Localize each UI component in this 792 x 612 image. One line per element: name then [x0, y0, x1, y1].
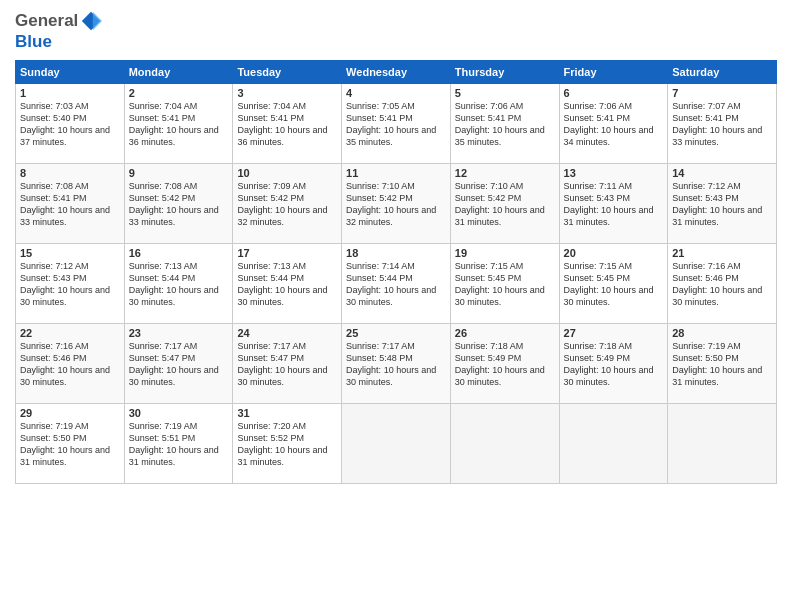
day-info: Sunrise: 7:03 AMSunset: 5:40 PMDaylight:… [20, 101, 110, 147]
calendar-cell [559, 404, 668, 484]
day-number: 6 [564, 87, 664, 99]
day-info: Sunrise: 7:06 AMSunset: 5:41 PMDaylight:… [455, 101, 545, 147]
day-info: Sunrise: 7:08 AMSunset: 5:42 PMDaylight:… [129, 181, 219, 227]
calendar-cell: 31Sunrise: 7:20 AMSunset: 5:52 PMDayligh… [233, 404, 342, 484]
calendar-cell: 4Sunrise: 7:05 AMSunset: 5:41 PMDaylight… [342, 84, 451, 164]
day-number: 4 [346, 87, 446, 99]
day-number: 10 [237, 167, 337, 179]
calendar-cell: 13Sunrise: 7:11 AMSunset: 5:43 PMDayligh… [559, 164, 668, 244]
calendar-week-4: 22Sunrise: 7:16 AMSunset: 5:46 PMDayligh… [16, 324, 777, 404]
day-number: 13 [564, 167, 664, 179]
calendar-week-2: 8Sunrise: 7:08 AMSunset: 5:41 PMDaylight… [16, 164, 777, 244]
day-number: 15 [20, 247, 120, 259]
day-number: 19 [455, 247, 555, 259]
calendar-cell: 10Sunrise: 7:09 AMSunset: 5:42 PMDayligh… [233, 164, 342, 244]
day-header-thursday: Thursday [450, 61, 559, 84]
day-number: 17 [237, 247, 337, 259]
day-info: Sunrise: 7:17 AMSunset: 5:47 PMDaylight:… [237, 341, 327, 387]
day-info: Sunrise: 7:20 AMSunset: 5:52 PMDaylight:… [237, 421, 327, 467]
calendar-table: SundayMondayTuesdayWednesdayThursdayFrid… [15, 60, 777, 484]
calendar-week-1: 1Sunrise: 7:03 AMSunset: 5:40 PMDaylight… [16, 84, 777, 164]
calendar-cell: 7Sunrise: 7:07 AMSunset: 5:41 PMDaylight… [668, 84, 777, 164]
day-info: Sunrise: 7:15 AMSunset: 5:45 PMDaylight:… [564, 261, 654, 307]
day-info: Sunrise: 7:19 AMSunset: 5:51 PMDaylight:… [129, 421, 219, 467]
day-number: 28 [672, 327, 772, 339]
day-info: Sunrise: 7:13 AMSunset: 5:44 PMDaylight:… [237, 261, 327, 307]
day-number: 16 [129, 247, 229, 259]
calendar-cell: 2Sunrise: 7:04 AMSunset: 5:41 PMDaylight… [124, 84, 233, 164]
calendar-cell: 29Sunrise: 7:19 AMSunset: 5:50 PMDayligh… [16, 404, 125, 484]
calendar-cell: 15Sunrise: 7:12 AMSunset: 5:43 PMDayligh… [16, 244, 125, 324]
svg-marker-1 [93, 12, 102, 30]
day-number: 7 [672, 87, 772, 99]
calendar-cell: 20Sunrise: 7:15 AMSunset: 5:45 PMDayligh… [559, 244, 668, 324]
day-number: 14 [672, 167, 772, 179]
day-header-sunday: Sunday [16, 61, 125, 84]
day-header-tuesday: Tuesday [233, 61, 342, 84]
header: General Blue [15, 10, 777, 52]
day-header-wednesday: Wednesday [342, 61, 451, 84]
day-info: Sunrise: 7:04 AMSunset: 5:41 PMDaylight:… [237, 101, 327, 147]
day-info: Sunrise: 7:16 AMSunset: 5:46 PMDaylight:… [20, 341, 110, 387]
day-info: Sunrise: 7:10 AMSunset: 5:42 PMDaylight:… [455, 181, 545, 227]
calendar-cell: 12Sunrise: 7:10 AMSunset: 5:42 PMDayligh… [450, 164, 559, 244]
calendar-cell: 28Sunrise: 7:19 AMSunset: 5:50 PMDayligh… [668, 324, 777, 404]
day-number: 1 [20, 87, 120, 99]
day-info: Sunrise: 7:14 AMSunset: 5:44 PMDaylight:… [346, 261, 436, 307]
calendar-cell: 16Sunrise: 7:13 AMSunset: 5:44 PMDayligh… [124, 244, 233, 324]
calendar-cell: 19Sunrise: 7:15 AMSunset: 5:45 PMDayligh… [450, 244, 559, 324]
day-number: 27 [564, 327, 664, 339]
day-number: 25 [346, 327, 446, 339]
calendar-cell: 23Sunrise: 7:17 AMSunset: 5:47 PMDayligh… [124, 324, 233, 404]
day-number: 26 [455, 327, 555, 339]
day-info: Sunrise: 7:19 AMSunset: 5:50 PMDaylight:… [20, 421, 110, 467]
day-number: 23 [129, 327, 229, 339]
calendar-cell [342, 404, 451, 484]
day-number: 2 [129, 87, 229, 99]
day-number: 24 [237, 327, 337, 339]
day-info: Sunrise: 7:05 AMSunset: 5:41 PMDaylight:… [346, 101, 436, 147]
calendar-cell: 6Sunrise: 7:06 AMSunset: 5:41 PMDaylight… [559, 84, 668, 164]
day-info: Sunrise: 7:07 AMSunset: 5:41 PMDaylight:… [672, 101, 762, 147]
calendar-cell: 25Sunrise: 7:17 AMSunset: 5:48 PMDayligh… [342, 324, 451, 404]
day-number: 21 [672, 247, 772, 259]
page-container: General Blue SundayMondayTuesdayWednesda… [0, 0, 792, 494]
day-number: 8 [20, 167, 120, 179]
day-info: Sunrise: 7:04 AMSunset: 5:41 PMDaylight:… [129, 101, 219, 147]
calendar-cell: 26Sunrise: 7:18 AMSunset: 5:49 PMDayligh… [450, 324, 559, 404]
day-info: Sunrise: 7:06 AMSunset: 5:41 PMDaylight:… [564, 101, 654, 147]
day-number: 20 [564, 247, 664, 259]
header-row: SundayMondayTuesdayWednesdayThursdayFrid… [16, 61, 777, 84]
day-info: Sunrise: 7:18 AMSunset: 5:49 PMDaylight:… [455, 341, 545, 387]
logo-blue-text: Blue [15, 32, 52, 52]
calendar-cell: 27Sunrise: 7:18 AMSunset: 5:49 PMDayligh… [559, 324, 668, 404]
day-number: 29 [20, 407, 120, 419]
day-number: 5 [455, 87, 555, 99]
calendar-cell: 1Sunrise: 7:03 AMSunset: 5:40 PMDaylight… [16, 84, 125, 164]
calendar-cell: 17Sunrise: 7:13 AMSunset: 5:44 PMDayligh… [233, 244, 342, 324]
day-info: Sunrise: 7:16 AMSunset: 5:46 PMDaylight:… [672, 261, 762, 307]
day-number: 18 [346, 247, 446, 259]
calendar-cell: 21Sunrise: 7:16 AMSunset: 5:46 PMDayligh… [668, 244, 777, 324]
day-header-saturday: Saturday [668, 61, 777, 84]
day-info: Sunrise: 7:09 AMSunset: 5:42 PMDaylight:… [237, 181, 327, 227]
day-number: 3 [237, 87, 337, 99]
calendar-cell: 30Sunrise: 7:19 AMSunset: 5:51 PMDayligh… [124, 404, 233, 484]
day-info: Sunrise: 7:18 AMSunset: 5:49 PMDaylight:… [564, 341, 654, 387]
day-info: Sunrise: 7:12 AMSunset: 5:43 PMDaylight:… [672, 181, 762, 227]
calendar-cell [450, 404, 559, 484]
day-header-monday: Monday [124, 61, 233, 84]
day-info: Sunrise: 7:08 AMSunset: 5:41 PMDaylight:… [20, 181, 110, 227]
logo-general-text: General [15, 11, 78, 31]
day-number: 12 [455, 167, 555, 179]
day-number: 22 [20, 327, 120, 339]
calendar-cell: 11Sunrise: 7:10 AMSunset: 5:42 PMDayligh… [342, 164, 451, 244]
calendar-cell: 22Sunrise: 7:16 AMSunset: 5:46 PMDayligh… [16, 324, 125, 404]
day-info: Sunrise: 7:11 AMSunset: 5:43 PMDaylight:… [564, 181, 654, 227]
day-info: Sunrise: 7:12 AMSunset: 5:43 PMDaylight:… [20, 261, 110, 307]
logo-icon [80, 10, 102, 32]
day-info: Sunrise: 7:19 AMSunset: 5:50 PMDaylight:… [672, 341, 762, 387]
day-number: 9 [129, 167, 229, 179]
calendar-cell [668, 404, 777, 484]
calendar-cell: 24Sunrise: 7:17 AMSunset: 5:47 PMDayligh… [233, 324, 342, 404]
